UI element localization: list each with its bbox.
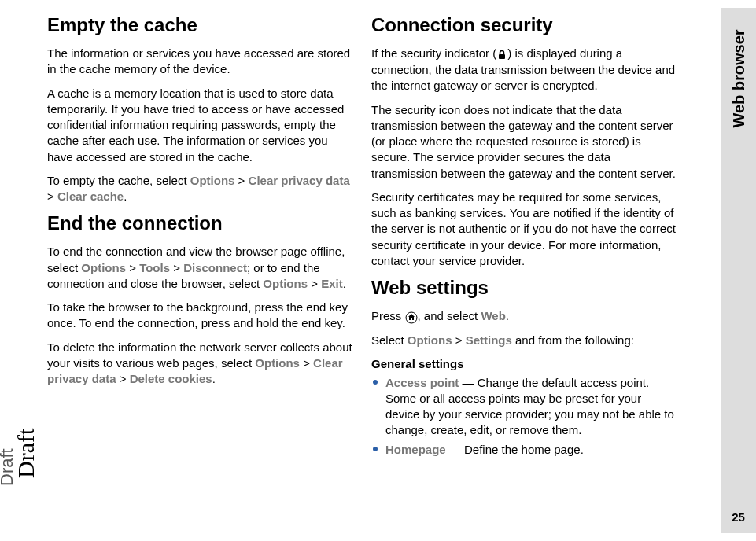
section-label: Web browser [729, 29, 747, 127]
draft-watermark-inner: Draft [13, 429, 39, 478]
side-tab: Web browser 25 [721, 8, 756, 533]
paragraph: The security icon does not indicate that… [371, 102, 677, 182]
left-column: Empty the cache The information or servi… [47, 8, 362, 533]
lock-icon [496, 46, 507, 62]
menu-path-clear-cache: Clear cache [57, 190, 124, 203]
paragraph: If the security indicator () is displaye… [371, 46, 677, 94]
heading-end-connection: End the connection [47, 212, 352, 234]
paragraph: To take the browser to the background, p… [47, 300, 352, 332]
subheading-general-settings: General settings [371, 357, 677, 370]
paragraph: To delete the information the network se… [47, 340, 352, 388]
paragraph: Security certificates may be required fo… [371, 190, 677, 269]
paragraph: Select Options > Settings and from the f… [371, 333, 677, 348]
paragraph: A cache is a memory location that is use… [47, 86, 352, 165]
home-key-icon [405, 309, 418, 325]
paragraph: To end the connection and view the brows… [47, 244, 352, 292]
settings-list: Access point — Change the default access… [371, 375, 677, 458]
menu-path-clear-privacy: Clear privacy data [249, 174, 350, 187]
page-number: 25 [721, 510, 756, 524]
paragraph: Press , and select Web. [371, 308, 677, 325]
paragraph: The information or services you have acc… [47, 46, 352, 78]
right-column: Connection security If the security indi… [362, 8, 677, 533]
list-item: Access point — Change the default access… [371, 375, 677, 439]
heading-web-settings: Web settings [371, 277, 677, 299]
svg-rect-0 [499, 54, 505, 59]
paragraph: To empty the cache, select Options > Cle… [47, 173, 352, 205]
list-item: Homepage — Define the home page. [371, 442, 677, 458]
heading-connection-security: Connection security [371, 14, 677, 36]
heading-empty-cache: Empty the cache [47, 14, 352, 36]
menu-path-options: Options [190, 174, 235, 187]
